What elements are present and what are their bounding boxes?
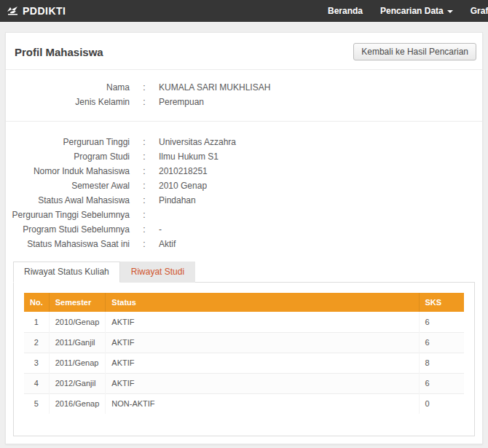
- cell-no: 2: [24, 332, 49, 353]
- cell-semester: 2016/Genap: [49, 393, 106, 414]
- tab-riwayat-studi[interactable]: Riwayat Studi: [120, 262, 195, 283]
- field-label: Semester Awal: [6, 181, 130, 191]
- field-value: KUMALA SARI MUKHLISAH: [159, 82, 482, 93]
- field-row-semester-awal: Semester Awal : 2010 Genap: [6, 178, 482, 193]
- brand-text: PDDIKTI: [23, 5, 66, 17]
- table-row: 1 2010/Genap AKTIF 6: [24, 312, 464, 332]
- col-header-status: Status: [106, 293, 419, 312]
- field-colon: :: [130, 166, 159, 176]
- section-academic-info: Perguruan Tinggi : Universitas Azzahra P…: [6, 122, 482, 251]
- field-colon: :: [130, 137, 159, 147]
- history-tabs: Riwayat Status Kuliah Riwayat Studi: [13, 262, 475, 282]
- field-value: Universitas Azzahra: [159, 137, 482, 147]
- field-label: Perguruan Tinggi: [6, 137, 130, 147]
- table-row: 5 2016/Genap NON-AKTIF 0: [24, 393, 464, 414]
- field-label: Status Awal Mahasiswa: [6, 195, 130, 205]
- pddikti-logo-icon: [7, 6, 19, 16]
- cell-sks: 8: [419, 353, 464, 373]
- nav-item-pencarian-data[interactable]: Pencarian Data: [380, 6, 453, 16]
- panel-bottom-spacer: [6, 436, 482, 444]
- back-to-results-button[interactable]: Kembali ke Hasil Pencarian: [353, 43, 476, 60]
- cell-semester: 2012/Ganjil: [49, 373, 106, 393]
- cell-no: 4: [24, 373, 49, 393]
- tab-riwayat-status-kuliah[interactable]: Riwayat Status Kuliah: [13, 262, 120, 283]
- top-navbar: PDDIKTI Beranda Pencarian Data Grafik St…: [0, 0, 488, 22]
- content-panel: Profil Mahasiswa Kembali ke Hasil Pencar…: [5, 32, 483, 444]
- status-kuliah-table: No. Semester Status SKS 1 2010/Genap AKT…: [24, 293, 464, 414]
- field-colon: :: [130, 224, 159, 235]
- cell-sks: 0: [419, 393, 464, 414]
- page-title: Profil Mahasiswa: [15, 46, 103, 58]
- panel-header: Profil Mahasiswa Kembali ke Hasil Pencar…: [6, 33, 482, 70]
- field-row-jenis-kelamin: Jenis Kelamin : Perempuan: [6, 95, 482, 109]
- cell-semester: 2011/Genap: [49, 353, 106, 373]
- cell-semester: 2011/Ganjil: [49, 332, 106, 353]
- field-label: Status Mahasiswa Saat ini: [6, 239, 130, 249]
- field-label: Jenis Kelamin: [6, 97, 130, 107]
- field-label: Perguruan Tinggi Sebelumnya: [6, 210, 130, 220]
- cell-status: AKTIF: [106, 373, 419, 393]
- field-row-status-awal: Status Awal Mahasiswa : Pindahan: [6, 193, 482, 208]
- field-colon: :: [130, 152, 159, 162]
- field-label: Program Studi Sebelumnya: [6, 224, 130, 235]
- brand-link[interactable]: PDDIKTI: [7, 5, 66, 17]
- field-row-perguruan-tinggi: Perguruan Tinggi : Universitas Azzahra: [6, 135, 482, 149]
- chevron-down-icon: [447, 10, 453, 13]
- field-colon: :: [130, 239, 159, 249]
- cell-no: 3: [24, 353, 49, 373]
- field-colon: :: [130, 181, 159, 191]
- field-value: Pindahan: [159, 195, 482, 205]
- field-value: Perempuan: [159, 97, 482, 107]
- field-label: Nama: [6, 82, 130, 93]
- tab-panel-riwayat-status-kuliah: No. Semester Status SKS 1 2010/Genap AKT…: [13, 282, 475, 436]
- field-row-prodi-sebelumnya: Program Studi Sebelumnya : -: [6, 222, 482, 237]
- field-colon: :: [130, 97, 159, 107]
- nav-item-grafik-statistik[interactable]: Grafik Statistik: [471, 6, 488, 16]
- field-value: Aktif: [159, 239, 482, 249]
- field-row-status-saat-ini: Status Mahasiswa Saat ini : Aktif: [6, 237, 482, 251]
- field-value: Ilmu Hukum S1: [159, 152, 482, 162]
- field-colon: :: [130, 195, 159, 205]
- nav-item-beranda[interactable]: Beranda: [328, 6, 363, 16]
- field-label: Nomor Induk Mahasiswa: [6, 166, 130, 176]
- cell-no: 5: [24, 393, 49, 414]
- col-header-semester: Semester: [49, 293, 106, 312]
- cell-status: AKTIF: [106, 332, 419, 353]
- field-row-program-studi: Program Studi : Ilmu Hukum S1: [6, 149, 482, 164]
- field-label: Program Studi: [6, 152, 130, 162]
- table-row: 3 2011/Genap AKTIF 8: [24, 353, 464, 373]
- cell-sks: 6: [419, 312, 464, 332]
- field-value: 2010218251: [159, 166, 482, 176]
- cell-semester: 2010/Genap: [49, 312, 106, 332]
- cell-status: AKTIF: [106, 353, 419, 373]
- cell-sks: 6: [419, 332, 464, 353]
- field-row-nim: Nomor Induk Mahasiswa : 2010218251: [6, 164, 482, 178]
- table-header-row: No. Semester Status SKS: [24, 293, 464, 312]
- col-header-sks: SKS: [419, 293, 464, 312]
- field-value: 2010 Genap: [159, 181, 482, 191]
- field-row-nama: Nama : KUMALA SARI MUKHLISAH: [6, 80, 482, 95]
- field-colon: :: [130, 210, 159, 220]
- section-basic-info: Nama : KUMALA SARI MUKHLISAH Jenis Kelam…: [6, 70, 482, 122]
- field-row-pt-sebelumnya: Perguruan Tinggi Sebelumnya :: [6, 208, 482, 222]
- field-value: -: [159, 224, 482, 235]
- col-header-no: No.: [24, 293, 49, 312]
- cell-status: NON-AKTIF: [106, 393, 419, 414]
- field-colon: :: [130, 82, 159, 93]
- table-row: 2 2011/Ganjil AKTIF 6: [24, 332, 464, 353]
- cell-no: 1: [24, 312, 49, 332]
- cell-sks: 6: [419, 373, 464, 393]
- cell-status: AKTIF: [106, 312, 419, 332]
- main-nav: Beranda Pencarian Data Grafik Statistik: [328, 0, 488, 22]
- table-row: 4 2012/Ganjil AKTIF 6: [24, 373, 464, 393]
